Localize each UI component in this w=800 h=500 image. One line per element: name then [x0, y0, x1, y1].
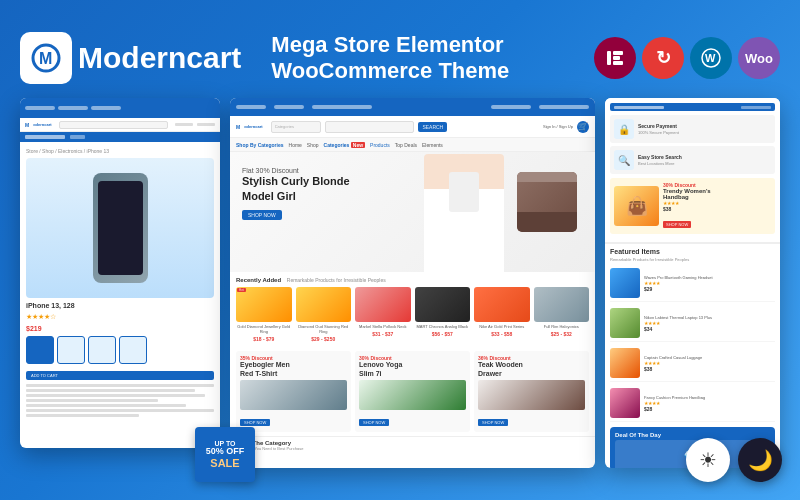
wordpress-badge: W — [690, 37, 732, 79]
hero-title: Stylish Curly BlondeModel Girl — [242, 174, 350, 203]
icon-badges: ↻ W Woo — [594, 37, 780, 79]
featured-items: Featured Items Remarkable Products for I… — [605, 242, 780, 468]
svg-rect-4 — [613, 51, 623, 55]
hero-text: Flat 30% Discount Stylish Curly BlondeMo… — [242, 167, 350, 221]
ss-center-nav: M oderncart Categories SEARCH Sign In / … — [230, 116, 595, 138]
sale-badge: UP TO 50% OFF SALE — [195, 427, 255, 482]
list-item: 🔍 Easy Store Search Best Locations More — [610, 146, 775, 174]
screenshot-right: 🔒 Secure Payment 100% Secure Payment 🔍 E… — [605, 98, 780, 468]
ss-left-body: Store / Shop / Electronics / iPhone 13 i… — [20, 142, 220, 423]
list-item: Waves Pro Bluetooth Gaming Headset ★★★★ … — [610, 265, 775, 302]
tagline: Mega Store Elementor WooCommerce Theme — [241, 32, 594, 85]
recently-items-list: Hot Gold Diamond Jewellery Gold Ring $18… — [236, 287, 589, 342]
list-item: Diamond Oud Stunning Red Ring $29 - $250 — [296, 287, 352, 342]
svg-rect-5 — [613, 56, 620, 60]
product-rating: ★★★★☆ — [26, 313, 214, 321]
list-item: MART Chronos Analog Black $56 - $57 — [415, 287, 471, 342]
screenshots-container: M oderncart Store / Shop / Electronics /… — [20, 98, 780, 468]
ss-left-nav: M oderncart — [20, 118, 220, 132]
list-item: 30% Discount Lenovo YogaSlim 7i SHOP NOW — [355, 351, 470, 432]
dark-mode-toggle[interactable]: 🌙 — [738, 438, 782, 482]
svg-rect-6 — [613, 61, 623, 65]
main-container: M Moderncart Mega Store Elementor WooCom… — [0, 0, 800, 500]
list-item: Markel Stella Pollock Neck $31 - $37 — [355, 287, 411, 342]
list-item: Fancy Cushion Premium Handbag ★★★★ $28 — [610, 385, 775, 422]
moon-icon: 🌙 — [748, 448, 773, 472]
product-price: $219 — [26, 325, 214, 332]
product-thumbs — [26, 336, 214, 364]
list-item: Nike Air Gold Print Series $33 - $58 — [474, 287, 530, 342]
list-item: Captain Crafted Casual Luggage ★★★★ $38 — [610, 345, 775, 382]
product-description — [26, 384, 214, 417]
bottom-cards: 35% Discount Eyebogler MenRed T-Shirt SH… — [230, 347, 595, 436]
ss-left-header — [20, 98, 220, 118]
sun-icon: ☀ — [699, 448, 717, 472]
ss-center-subnav: Shop By Categories Home Shop Categories … — [230, 138, 595, 152]
header-row: M Moderncart Mega Store Elementor WooCom… — [20, 32, 780, 85]
recently-title: Recently Added Remarkable Products for I… — [236, 277, 589, 283]
svg-text:M: M — [39, 50, 52, 67]
elementor-badge — [594, 37, 636, 79]
search-button[interactable]: SEARCH — [418, 122, 447, 132]
screenshot-center: M oderncart Categories SEARCH Sign In / … — [230, 98, 595, 468]
refresh-badge: ↻ — [642, 37, 684, 79]
hero-shop-btn[interactable]: SHOP NOW — [242, 210, 282, 220]
woo-badge: Woo — [738, 37, 780, 79]
promo-cards: 🔒 Secure Payment 100% Secure Payment 🔍 E… — [605, 98, 780, 242]
svg-rect-3 — [607, 51, 611, 65]
list-item: Full Rim Halcyonics $25 - $32 — [534, 287, 590, 342]
tagline-text: Mega Store Elementor WooCommerce Theme — [271, 32, 594, 85]
logo-icon: M — [20, 32, 72, 84]
recently-added: Recently Added Remarkable Products for I… — [230, 272, 595, 347]
list-item: Nikon Labtest Thermal Laptop 13 Plus ★★★… — [610, 305, 775, 342]
screenshot-left: M oderncart Store / Shop / Electronics /… — [20, 98, 220, 448]
brand-logo: M Moderncart — [20, 32, 241, 84]
svg-text:W: W — [705, 52, 716, 64]
promo-cards-list: 🔒 Secure Payment 100% Secure Payment 🔍 E… — [610, 115, 775, 174]
list-item: 36% Discount Teak WoodenDrawer SHOP NOW — [474, 351, 589, 432]
brand-name: Moderncart — [78, 41, 241, 75]
product-image — [26, 158, 214, 298]
theme-toggles: ☀ 🌙 — [686, 438, 782, 482]
list-item: 🔒 Secure Payment 100% Secure Payment — [610, 115, 775, 143]
list-item: 35% Discount Eyebogler MenRed T-Shirt SH… — [236, 351, 351, 432]
product-title: iPhone 13, 128 — [26, 302, 214, 309]
ss-center-header — [230, 98, 595, 116]
light-mode-toggle[interactable]: ☀ — [686, 438, 730, 482]
hero-banner: Flat 30% Discount Stylish Curly BlondeMo… — [230, 152, 595, 272]
featured-items-list: Waves Pro Bluetooth Gaming Headset ★★★★ … — [605, 265, 780, 422]
list-item: Hot Gold Diamond Jewellery Gold Ring $18… — [236, 287, 292, 342]
